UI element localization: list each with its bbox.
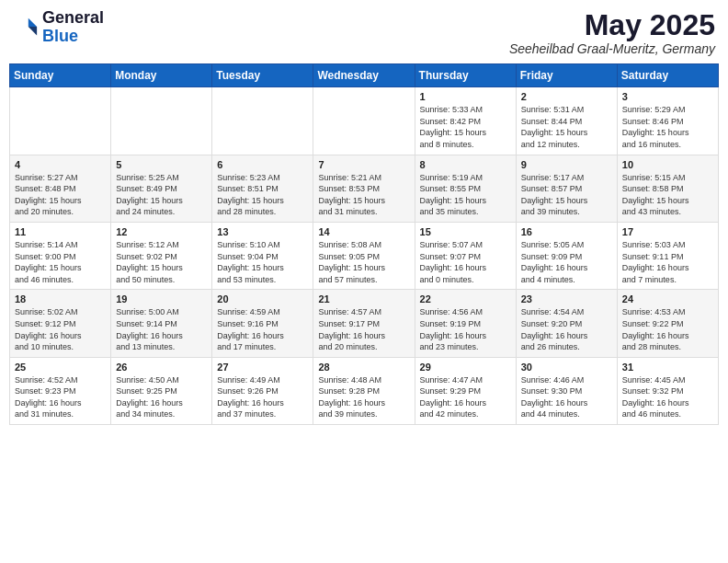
day-info: Sunrise: 5:19 AM Sunset: 8:55 PM Dayligh… <box>420 172 511 218</box>
calendar-cell: 1Sunrise: 5:33 AM Sunset: 8:42 PM Daylig… <box>415 87 516 155</box>
day-info: Sunrise: 4:59 AM Sunset: 9:16 PM Dayligh… <box>217 306 308 352</box>
day-info: Sunrise: 4:52 AM Sunset: 9:23 PM Dayligh… <box>15 374 106 420</box>
day-info: Sunrise: 4:47 AM Sunset: 9:29 PM Dayligh… <box>420 374 511 420</box>
day-info: Sunrise: 5:07 AM Sunset: 9:07 PM Dayligh… <box>420 239 511 285</box>
day-info: Sunrise: 5:10 AM Sunset: 9:04 PM Dayligh… <box>217 239 308 285</box>
day-info: Sunrise: 4:45 AM Sunset: 9:32 PM Dayligh… <box>622 374 713 420</box>
day-info: Sunrise: 5:17 AM Sunset: 8:57 PM Dayligh… <box>521 172 612 218</box>
calendar-cell <box>313 87 415 155</box>
day-number: 29 <box>420 362 511 373</box>
weekday-header-sunday: Sunday <box>10 64 111 87</box>
day-number: 24 <box>622 293 713 304</box>
day-number: 2 <box>521 91 612 102</box>
weekday-header-monday: Monday <box>111 64 212 87</box>
day-number: 21 <box>318 293 409 304</box>
day-number: 31 <box>622 362 713 373</box>
day-info: Sunrise: 4:48 AM Sunset: 9:28 PM Dayligh… <box>318 374 409 420</box>
day-number: 20 <box>217 293 308 304</box>
day-info: Sunrise: 4:56 AM Sunset: 9:19 PM Dayligh… <box>420 306 511 352</box>
day-info: Sunrise: 5:25 AM Sunset: 8:49 PM Dayligh… <box>116 172 207 218</box>
calendar-cell: 16Sunrise: 5:05 AM Sunset: 9:09 PM Dayli… <box>516 222 617 289</box>
day-number: 10 <box>622 159 713 170</box>
day-info: Sunrise: 4:53 AM Sunset: 9:22 PM Dayligh… <box>622 306 713 352</box>
day-number: 12 <box>116 226 207 237</box>
calendar-cell: 13Sunrise: 5:10 AM Sunset: 9:04 PM Dayli… <box>212 222 313 289</box>
day-info: Sunrise: 5:23 AM Sunset: 8:51 PM Dayligh… <box>217 172 308 218</box>
day-number: 19 <box>116 293 207 304</box>
weekday-header-wednesday: Wednesday <box>313 64 415 87</box>
day-number: 13 <box>217 226 308 237</box>
day-number: 1 <box>420 91 511 102</box>
calendar-cell: 8Sunrise: 5:19 AM Sunset: 8:55 PM Daylig… <box>415 155 516 222</box>
day-info: Sunrise: 4:54 AM Sunset: 9:20 PM Dayligh… <box>521 306 612 352</box>
day-number: 11 <box>15 226 106 237</box>
calendar-cell: 3Sunrise: 5:29 AM Sunset: 8:46 PM Daylig… <box>617 87 718 155</box>
weekday-header-thursday: Thursday <box>415 64 516 87</box>
calendar-cell: 31Sunrise: 4:45 AM Sunset: 9:32 PM Dayli… <box>617 357 718 424</box>
calendar-cell: 15Sunrise: 5:07 AM Sunset: 9:07 PM Dayli… <box>415 222 516 289</box>
calendar-cell: 27Sunrise: 4:49 AM Sunset: 9:26 PM Dayli… <box>212 357 313 424</box>
calendar-cell: 2Sunrise: 5:31 AM Sunset: 8:44 PM Daylig… <box>516 87 617 155</box>
day-info: Sunrise: 5:12 AM Sunset: 9:02 PM Dayligh… <box>116 239 207 285</box>
calendar-cell: 23Sunrise: 4:54 AM Sunset: 9:20 PM Dayli… <box>516 290 617 357</box>
day-info: Sunrise: 4:50 AM Sunset: 9:25 PM Dayligh… <box>116 374 207 420</box>
day-number: 22 <box>420 293 511 304</box>
day-info: Sunrise: 5:03 AM Sunset: 9:11 PM Dayligh… <box>622 239 713 285</box>
calendar-cell <box>10 87 111 155</box>
day-info: Sunrise: 4:46 AM Sunset: 9:30 PM Dayligh… <box>521 374 612 420</box>
calendar-cell <box>212 87 313 155</box>
calendar-cell: 20Sunrise: 4:59 AM Sunset: 9:16 PM Dayli… <box>212 290 313 357</box>
svg-marker-1 <box>28 27 37 35</box>
day-info: Sunrise: 5:27 AM Sunset: 8:48 PM Dayligh… <box>15 172 106 218</box>
day-number: 8 <box>420 159 511 170</box>
weekday-header-saturday: Saturday <box>617 64 718 87</box>
page-header: General Blue May 2025 Seeheilbad Graal-M… <box>9 9 719 56</box>
logo-general-text: General <box>42 8 104 27</box>
calendar-cell: 26Sunrise: 4:50 AM Sunset: 9:25 PM Dayli… <box>111 357 212 424</box>
day-number: 26 <box>116 362 207 373</box>
calendar-cell: 6Sunrise: 5:23 AM Sunset: 8:51 PM Daylig… <box>212 155 313 222</box>
calendar-cell: 29Sunrise: 4:47 AM Sunset: 9:29 PM Dayli… <box>415 357 516 424</box>
calendar-header-row: SundayMondayTuesdayWednesdayThursdayFrid… <box>10 64 719 87</box>
day-number: 17 <box>622 226 713 237</box>
day-info: Sunrise: 5:08 AM Sunset: 9:05 PM Dayligh… <box>318 239 409 285</box>
day-number: 15 <box>420 226 511 237</box>
location-subtitle: Seeheilbad Graal-Mueritz, Germany <box>509 41 715 56</box>
calendar-week-4: 18Sunrise: 5:02 AM Sunset: 9:12 PM Dayli… <box>10 290 719 357</box>
calendar-cell: 11Sunrise: 5:14 AM Sunset: 9:00 PM Dayli… <box>10 222 111 289</box>
calendar-cell: 25Sunrise: 4:52 AM Sunset: 9:23 PM Dayli… <box>10 357 111 424</box>
day-number: 5 <box>116 159 207 170</box>
calendar-cell: 22Sunrise: 4:56 AM Sunset: 9:19 PM Dayli… <box>415 290 516 357</box>
logo-blue-text: Blue <box>42 27 78 45</box>
day-number: 23 <box>521 293 612 304</box>
day-info: Sunrise: 5:33 AM Sunset: 8:42 PM Dayligh… <box>420 104 511 150</box>
weekday-header-friday: Friday <box>516 64 617 87</box>
day-info: Sunrise: 4:57 AM Sunset: 9:17 PM Dayligh… <box>318 306 409 352</box>
day-info: Sunrise: 5:21 AM Sunset: 8:53 PM Dayligh… <box>318 172 409 218</box>
calendar-cell: 18Sunrise: 5:02 AM Sunset: 9:12 PM Dayli… <box>10 290 111 357</box>
day-number: 4 <box>15 159 106 170</box>
day-number: 6 <box>217 159 308 170</box>
day-info: Sunrise: 5:29 AM Sunset: 8:46 PM Dayligh… <box>622 104 713 150</box>
calendar-cell: 30Sunrise: 4:46 AM Sunset: 9:30 PM Dayli… <box>516 357 617 424</box>
day-info: Sunrise: 4:49 AM Sunset: 9:26 PM Dayligh… <box>217 374 308 420</box>
day-number: 9 <box>521 159 612 170</box>
month-title: May 2025 <box>509 9 715 41</box>
calendar-week-3: 11Sunrise: 5:14 AM Sunset: 9:00 PM Dayli… <box>10 222 719 289</box>
calendar-cell: 28Sunrise: 4:48 AM Sunset: 9:28 PM Dayli… <box>313 357 415 424</box>
calendar-week-5: 25Sunrise: 4:52 AM Sunset: 9:23 PM Dayli… <box>10 357 719 424</box>
day-info: Sunrise: 5:15 AM Sunset: 8:58 PM Dayligh… <box>622 172 713 218</box>
calendar-cell: 7Sunrise: 5:21 AM Sunset: 8:53 PM Daylig… <box>313 155 415 222</box>
day-number: 16 <box>521 226 612 237</box>
day-info: Sunrise: 5:00 AM Sunset: 9:14 PM Dayligh… <box>116 306 207 352</box>
day-number: 25 <box>15 362 106 373</box>
calendar-cell: 5Sunrise: 5:25 AM Sunset: 8:49 PM Daylig… <box>111 155 212 222</box>
calendar-cell: 17Sunrise: 5:03 AM Sunset: 9:11 PM Dayli… <box>617 222 718 289</box>
day-number: 14 <box>318 226 409 237</box>
day-number: 18 <box>15 293 106 304</box>
day-number: 30 <box>521 362 612 373</box>
title-block: May 2025 Seeheilbad Graal-Mueritz, Germa… <box>509 9 715 56</box>
calendar-cell: 4Sunrise: 5:27 AM Sunset: 8:48 PM Daylig… <box>10 155 111 222</box>
calendar-cell: 14Sunrise: 5:08 AM Sunset: 9:05 PM Dayli… <box>313 222 415 289</box>
day-number: 28 <box>318 362 409 373</box>
